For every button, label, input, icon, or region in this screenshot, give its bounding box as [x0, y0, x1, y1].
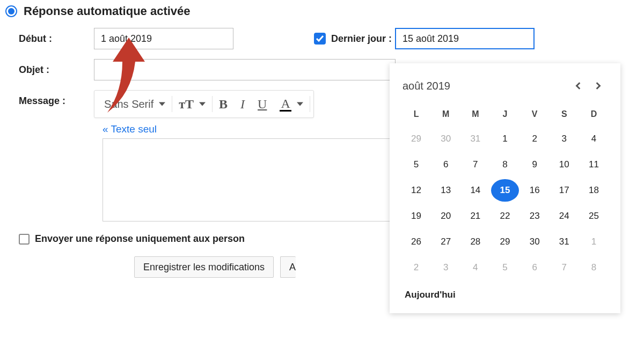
contacts-only-checkbox[interactable] [19, 234, 30, 245]
subject-label: Objet : [19, 64, 94, 76]
datepicker-day[interactable]: 18 [580, 179, 608, 202]
datepicker-day[interactable]: 19 [402, 205, 430, 227]
datepicker-day[interactable]: 13 [432, 179, 459, 202]
datepicker-day[interactable]: 26 [402, 231, 430, 253]
datepicker-day[interactable]: 28 [462, 231, 489, 253]
datepicker-day[interactable]: 30 [432, 128, 459, 150]
datepicker-day[interactable]: 23 [521, 205, 548, 227]
datepicker-day[interactable]: 29 [491, 231, 518, 253]
datepicker-day[interactable]: 5 [491, 256, 518, 279]
datepicker-dow: L [402, 106, 430, 124]
datepicker-day[interactable]: 25 [580, 205, 608, 227]
datepicker-day[interactable]: 15 [491, 179, 518, 202]
datepicker-day[interactable]: 10 [551, 153, 578, 176]
datepicker-day[interactable]: 11 [580, 153, 608, 176]
datepicker-day[interactable]: 21 [462, 205, 489, 227]
datepicker-day[interactable]: 5 [402, 153, 430, 176]
datepicker-day[interactable]: 4 [462, 256, 489, 279]
start-date-input[interactable]: 1 août 2019 [94, 28, 233, 49]
today-button[interactable]: Aujourd'hui [402, 286, 608, 304]
chevron-down-icon [297, 99, 303, 110]
datepicker-dow: S [551, 106, 578, 124]
datepicker-day[interactable]: 29 [402, 128, 430, 150]
datepicker-dow: M [462, 106, 489, 124]
save-button[interactable]: Enregistrer les modifications [134, 256, 274, 278]
datepicker-day[interactable]: 7 [462, 153, 489, 176]
datepicker-day[interactable]: 9 [521, 153, 548, 176]
datepicker-dow: V [521, 106, 548, 124]
date-picker-popup: août 2019 LMMJVSD29303112345678910111213… [390, 63, 620, 313]
subject-input[interactable] [94, 59, 396, 80]
cancel-button[interactable]: A [280, 256, 296, 278]
contacts-only-label: Envoyer une réponse uniquement aux perso… [35, 233, 245, 245]
message-label: Message : [19, 90, 94, 107]
datepicker-day[interactable]: 30 [521, 231, 548, 253]
plain-text-link[interactable]: « Texte seul [94, 118, 165, 138]
datepicker-day[interactable]: 22 [491, 205, 518, 227]
prev-month-button[interactable] [569, 76, 588, 95]
underline-button[interactable]: U [251, 91, 273, 117]
datepicker-day[interactable]: 8 [580, 256, 608, 279]
font-size-picker[interactable]: тT [172, 91, 212, 117]
end-date-input[interactable]: 15 août 2019 [395, 28, 535, 49]
datepicker-dow: J [491, 106, 518, 124]
message-editor[interactable] [103, 138, 394, 221]
last-day-checkbox[interactable] [314, 33, 326, 45]
datepicker-day[interactable]: 4 [580, 128, 608, 150]
datepicker-dow: D [580, 106, 608, 124]
datepicker-day[interactable]: 7 [551, 256, 578, 279]
italic-button[interactable]: I [234, 91, 251, 117]
datepicker-dow: M [432, 106, 459, 124]
datepicker-day[interactable]: 3 [432, 256, 459, 279]
text-color-picker[interactable]: A [273, 91, 309, 117]
end-date-label: Dernier jour : [331, 33, 392, 45]
datepicker-day[interactable]: 12 [402, 179, 430, 202]
datepicker-day[interactable]: 1 [491, 128, 518, 150]
start-date-label: Début : [19, 33, 94, 45]
format-toolbar: Sans Serif тT B I U A [94, 90, 314, 118]
datepicker-day[interactable]: 17 [551, 179, 578, 202]
datepicker-day[interactable]: 2 [402, 256, 430, 279]
text-size-icon: тT [179, 97, 194, 112]
chevron-down-icon [199, 99, 206, 110]
datepicker-month-label: août 2019 [402, 80, 569, 92]
font-family-picker[interactable]: Sans Serif [98, 91, 172, 117]
datepicker-day[interactable]: 1 [580, 231, 608, 253]
datepicker-day[interactable]: 2 [521, 128, 548, 150]
datepicker-day[interactable]: 31 [462, 128, 489, 150]
datepicker-day[interactable]: 16 [521, 179, 548, 202]
datepicker-day[interactable]: 24 [551, 205, 578, 227]
datepicker-day[interactable]: 8 [491, 153, 518, 176]
datepicker-day[interactable]: 6 [432, 153, 459, 176]
datepicker-day[interactable]: 14 [462, 179, 489, 202]
bold-button[interactable]: B [213, 91, 234, 117]
next-month-button[interactable] [588, 76, 608, 95]
datepicker-day[interactable]: 20 [432, 205, 459, 227]
datepicker-day[interactable]: 3 [551, 128, 578, 150]
autoreply-on-label: Réponse automatique activée [24, 4, 191, 18]
datepicker-day[interactable]: 27 [432, 231, 459, 253]
datepicker-day[interactable]: 6 [521, 256, 548, 279]
chevron-down-icon [159, 99, 165, 110]
datepicker-day[interactable]: 31 [551, 231, 578, 253]
autoreply-on-radio[interactable] [5, 5, 17, 17]
